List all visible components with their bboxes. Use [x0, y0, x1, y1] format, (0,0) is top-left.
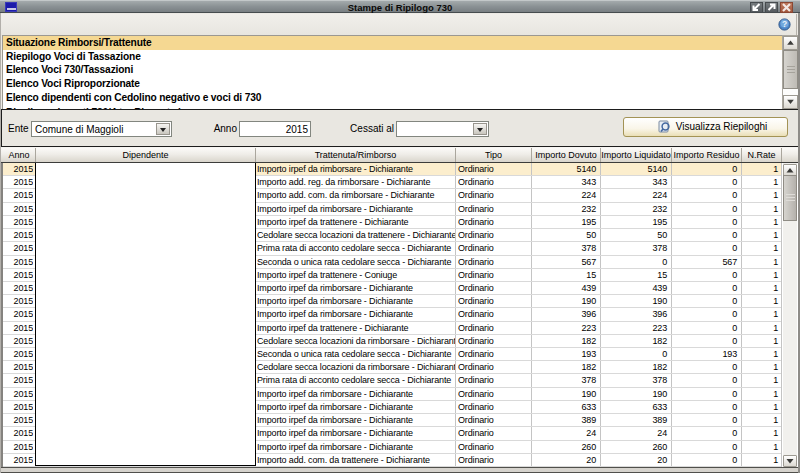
svg-text:?: ?	[782, 19, 787, 29]
